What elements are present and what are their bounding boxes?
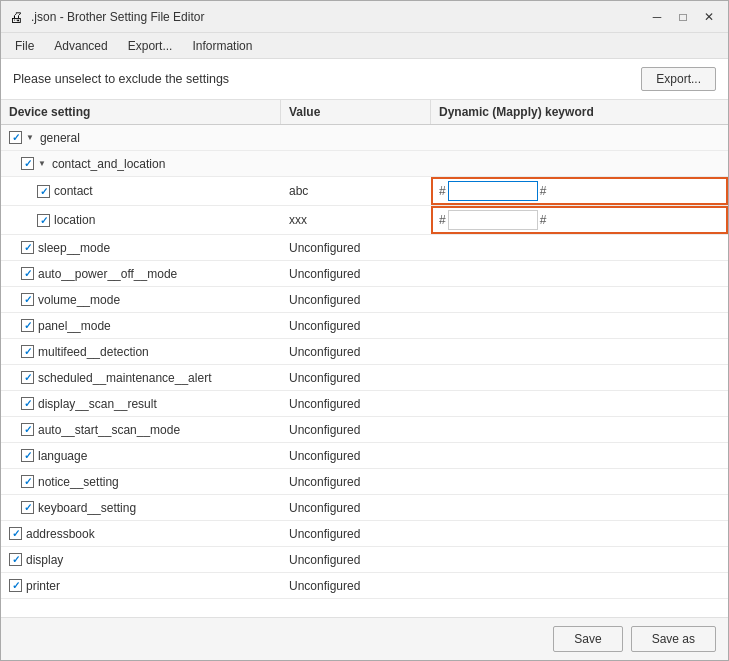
table-header: Device setting Value Dynamic (Mapply) ke…: [1, 100, 728, 125]
checkbox-auto-start-scan[interactable]: [21, 423, 34, 436]
cell-keyword: [431, 427, 728, 433]
row-label: location: [54, 213, 95, 227]
cell-value: Unconfigured: [281, 238, 431, 258]
minimize-button[interactable]: ─: [646, 6, 668, 28]
cell-value: Unconfigured: [281, 368, 431, 388]
cell-setting: addressbook: [1, 524, 281, 544]
cell-setting: volume__mode: [1, 290, 281, 310]
checkbox-printer[interactable]: [9, 579, 22, 592]
checkbox-contact[interactable]: [37, 185, 50, 198]
cell-setting: location: [1, 210, 281, 230]
table-row: ▼ general: [1, 125, 728, 151]
row-label: multifeed__detection: [38, 345, 149, 359]
table-row: scheduled__maintenance__alert Unconfigur…: [1, 365, 728, 391]
cell-setting: auto__start__scan__mode: [1, 420, 281, 440]
row-label: addressbook: [26, 527, 95, 541]
table-row: language Unconfigured: [1, 443, 728, 469]
checkbox-sleep-mode[interactable]: [21, 241, 34, 254]
cell-value: Unconfigured: [281, 550, 431, 570]
checkbox-location[interactable]: [37, 214, 50, 227]
cell-setting: sleep__mode: [1, 238, 281, 258]
footer: Save Save as: [1, 617, 728, 660]
cell-value: [281, 161, 431, 167]
cell-setting: notice__setting: [1, 472, 281, 492]
menu-export[interactable]: Export...: [118, 37, 183, 55]
cell-value: Unconfigured: [281, 472, 431, 492]
cell-keyword-contact: # #: [431, 177, 728, 205]
cell-value: Unconfigured: [281, 524, 431, 544]
checkbox-language[interactable]: [21, 449, 34, 462]
checkbox-volume-mode[interactable]: [21, 293, 34, 306]
checkbox-keyboard-setting[interactable]: [21, 501, 34, 514]
keyword-input-location[interactable]: [448, 210, 538, 230]
table-body[interactable]: ▼ general ▼ contact_and_location: [1, 125, 728, 617]
cell-setting: display: [1, 550, 281, 570]
cell-keyword: [431, 557, 728, 563]
row-label: printer: [26, 579, 60, 593]
menu-advanced[interactable]: Advanced: [44, 37, 117, 55]
maximize-button[interactable]: □: [672, 6, 694, 28]
keyword-input-contact[interactable]: [448, 181, 538, 201]
cell-setting: printer: [1, 576, 281, 596]
checkbox-display-scan[interactable]: [21, 397, 34, 410]
cell-keyword-location: # #: [431, 206, 728, 234]
row-label: auto__start__scan__mode: [38, 423, 180, 437]
cell-value: abc: [281, 181, 431, 201]
save-button[interactable]: Save: [553, 626, 622, 652]
cell-value: xxx: [281, 210, 431, 230]
cell-keyword: [431, 583, 728, 589]
checkbox-multifeed[interactable]: [21, 345, 34, 358]
checkbox-display[interactable]: [9, 553, 22, 566]
cell-keyword: [431, 323, 728, 329]
close-button[interactable]: ✕: [698, 6, 720, 28]
checkbox-auto-power[interactable]: [21, 267, 34, 280]
cell-setting: auto__power__off__mode: [1, 264, 281, 284]
window-controls: ─ □ ✕: [646, 6, 720, 28]
checkbox-panel-mode[interactable]: [21, 319, 34, 332]
cell-keyword: [431, 245, 728, 251]
table-row: notice__setting Unconfigured: [1, 469, 728, 495]
table-row: ▼ contact_and_location: [1, 151, 728, 177]
cell-value: Unconfigured: [281, 576, 431, 596]
row-label: notice__setting: [38, 475, 119, 489]
table-row: panel__mode Unconfigured: [1, 313, 728, 339]
cell-setting: language: [1, 446, 281, 466]
cell-setting: ▼ general: [1, 128, 281, 148]
app-icon: 🖨: [9, 9, 25, 25]
title-bar: 🖨 .json - Brother Setting File Editor ─ …: [1, 1, 728, 33]
hash-prefix: #: [439, 213, 446, 227]
toolbar: Please unselect to exclude the settings …: [1, 59, 728, 100]
checkbox-scheduled-maintenance[interactable]: [21, 371, 34, 384]
checkbox-contact-and-location[interactable]: [21, 157, 34, 170]
cell-keyword: [431, 401, 728, 407]
cell-value: Unconfigured: [281, 316, 431, 336]
menu-information[interactable]: Information: [182, 37, 262, 55]
triangle-icon: ▼: [38, 159, 46, 168]
checkbox-general[interactable]: [9, 131, 22, 144]
row-label: sleep__mode: [38, 241, 110, 255]
cell-setting: keyboard__setting: [1, 498, 281, 518]
checkbox-notice-setting[interactable]: [21, 475, 34, 488]
cell-value: Unconfigured: [281, 446, 431, 466]
col-header-keyword: Dynamic (Mapply) keyword: [431, 100, 728, 124]
menu-file[interactable]: File: [5, 37, 44, 55]
cell-keyword: [431, 531, 728, 537]
export-button[interactable]: Export...: [641, 67, 716, 91]
row-label: scheduled__maintenance__alert: [38, 371, 211, 385]
table-row: multifeed__detection Unconfigured: [1, 339, 728, 365]
hash-suffix: #: [540, 213, 547, 227]
table-row: auto__power__off__mode Unconfigured: [1, 261, 728, 287]
cell-value: Unconfigured: [281, 394, 431, 414]
checkbox-addressbook[interactable]: [9, 527, 22, 540]
cell-value: [281, 135, 431, 141]
toolbar-instruction: Please unselect to exclude the settings: [13, 72, 229, 86]
table-row: volume__mode Unconfigured: [1, 287, 728, 313]
col-header-value: Value: [281, 100, 431, 124]
save-as-button[interactable]: Save as: [631, 626, 716, 652]
cell-setting: scheduled__maintenance__alert: [1, 368, 281, 388]
cell-keyword: [431, 349, 728, 355]
row-label: general: [40, 131, 80, 145]
cell-setting: contact: [1, 181, 281, 201]
table-row: addressbook Unconfigured: [1, 521, 728, 547]
cell-keyword: [431, 161, 728, 167]
